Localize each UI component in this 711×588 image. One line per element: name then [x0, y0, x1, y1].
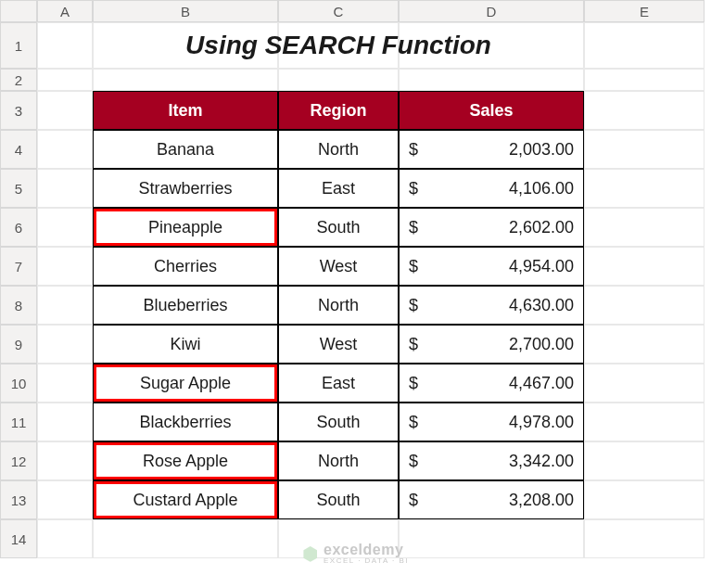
cell[interactable] — [37, 519, 93, 558]
region-cell[interactable]: North — [278, 286, 399, 325]
sales-cell[interactable]: $4,978.00 — [399, 403, 584, 441]
spreadsheet-grid[interactable]: ABCDE1234567891011121314Using SEARCH Fun… — [0, 0, 705, 558]
currency-symbol: $ — [409, 179, 418, 198]
column-header-e[interactable]: E — [584, 0, 705, 22]
cell[interactable] — [37, 169, 93, 208]
table-header-region[interactable]: Region — [278, 91, 399, 130]
sales-value: 4,978.00 — [509, 413, 574, 432]
region-cell[interactable]: North — [278, 130, 399, 169]
item-cell[interactable]: Strawberries — [93, 169, 278, 208]
cell[interactable] — [584, 169, 705, 208]
row-header-2[interactable]: 2 — [0, 69, 37, 91]
cell[interactable] — [37, 325, 93, 364]
row-header-1[interactable]: 1 — [0, 22, 37, 69]
row-header-9[interactable]: 9 — [0, 325, 37, 364]
cell[interactable] — [37, 364, 93, 403]
sales-value: 3,208.00 — [509, 491, 574, 510]
sales-cell[interactable]: $2,700.00 — [399, 325, 584, 364]
row-header-11[interactable]: 11 — [0, 403, 37, 441]
currency-symbol: $ — [409, 335, 418, 354]
sales-cell[interactable]: $4,630.00 — [399, 286, 584, 325]
row-header-10[interactable]: 10 — [0, 364, 37, 403]
cell[interactable] — [37, 480, 93, 519]
region-cell[interactable]: South — [278, 208, 399, 247]
item-cell[interactable]: Blueberries — [93, 286, 278, 325]
row-header-14[interactable]: 14 — [0, 519, 37, 558]
sales-cell[interactable]: $3,342.00 — [399, 441, 584, 480]
table-header-sales[interactable]: Sales — [399, 91, 584, 130]
row-header-13[interactable]: 13 — [0, 480, 37, 519]
table-header-item[interactable]: Item — [93, 91, 278, 130]
item-cell[interactable]: Banana — [93, 130, 278, 169]
region-cell[interactable]: East — [278, 169, 399, 208]
item-cell[interactable]: Sugar Apple — [93, 364, 278, 403]
column-header-a[interactable]: A — [37, 0, 93, 22]
item-cell[interactable]: Blackberries — [93, 403, 278, 441]
item-cell[interactable]: Custard Apple — [93, 480, 278, 519]
cell[interactable] — [584, 480, 705, 519]
cell[interactable] — [278, 519, 399, 558]
currency-symbol: $ — [409, 296, 418, 315]
cell[interactable] — [37, 69, 93, 91]
cell[interactable] — [37, 91, 93, 130]
row-header-3[interactable]: 3 — [0, 91, 37, 130]
row-header-5[interactable]: 5 — [0, 169, 37, 208]
sales-cell[interactable]: $4,954.00 — [399, 247, 584, 286]
item-cell[interactable]: Kiwi — [93, 325, 278, 364]
region-cell[interactable]: South — [278, 480, 399, 519]
cell[interactable] — [37, 286, 93, 325]
cell[interactable] — [584, 130, 705, 169]
column-header-c[interactable]: C — [278, 0, 399, 22]
region-cell[interactable]: West — [278, 325, 399, 364]
row-header-8[interactable]: 8 — [0, 286, 37, 325]
region-cell[interactable]: West — [278, 247, 399, 286]
cell[interactable] — [37, 441, 93, 480]
cell[interactable] — [37, 247, 93, 286]
row-header-6[interactable]: 6 — [0, 208, 37, 247]
cell[interactable] — [278, 69, 399, 91]
cell[interactable] — [584, 247, 705, 286]
item-cell[interactable]: Rose Apple — [93, 441, 278, 480]
item-cell[interactable]: Cherries — [93, 247, 278, 286]
cell[interactable] — [37, 22, 93, 69]
cell[interactable] — [584, 69, 705, 91]
region-cell[interactable]: East — [278, 364, 399, 403]
cell[interactable] — [93, 69, 278, 91]
sales-value: 4,630.00 — [509, 296, 574, 315]
cell[interactable] — [399, 69, 584, 91]
column-header-b[interactable]: B — [93, 0, 278, 22]
sales-cell[interactable]: $3,208.00 — [399, 480, 584, 519]
cell[interactable] — [584, 519, 705, 558]
region-cell[interactable]: North — [278, 441, 399, 480]
sales-value: 2,003.00 — [509, 140, 574, 160]
sales-cell[interactable]: $4,106.00 — [399, 169, 584, 208]
cell[interactable] — [37, 208, 93, 247]
column-header-d[interactable]: D — [399, 0, 584, 22]
cell[interactable] — [93, 519, 278, 558]
cell[interactable] — [399, 519, 584, 558]
sales-cell[interactable]: $4,467.00 — [399, 364, 584, 403]
currency-symbol: $ — [409, 374, 418, 393]
cell[interactable] — [584, 22, 705, 69]
cell[interactable] — [37, 403, 93, 441]
row-header-12[interactable]: 12 — [0, 441, 37, 480]
select-all-corner[interactable] — [0, 0, 37, 22]
cell[interactable] — [584, 286, 705, 325]
cell[interactable] — [584, 441, 705, 480]
cell[interactable] — [584, 91, 705, 130]
region-cell[interactable]: South — [278, 403, 399, 441]
sales-value: 4,467.00 — [509, 374, 574, 393]
sales-value: 2,602.00 — [509, 218, 574, 237]
page-title[interactable]: Using SEARCH Function — [93, 22, 584, 69]
cell[interactable] — [584, 208, 705, 247]
currency-symbol: $ — [409, 413, 418, 432]
cell[interactable] — [584, 325, 705, 364]
cell[interactable] — [37, 130, 93, 169]
cell[interactable] — [584, 403, 705, 441]
sales-cell[interactable]: $2,602.00 — [399, 208, 584, 247]
item-cell[interactable]: Pineapple — [93, 208, 278, 247]
cell[interactable] — [584, 364, 705, 403]
sales-cell[interactable]: $2,003.00 — [399, 130, 584, 169]
row-header-4[interactable]: 4 — [0, 130, 37, 169]
row-header-7[interactable]: 7 — [0, 247, 37, 286]
